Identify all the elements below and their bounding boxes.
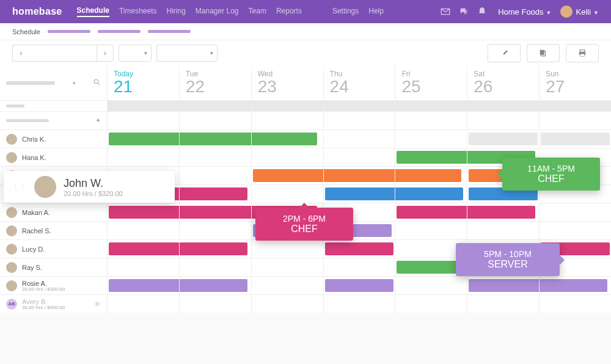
shift-cell[interactable] bbox=[251, 148, 323, 166]
employee-row[interactable]: Chris K. bbox=[0, 129, 107, 148]
day-header[interactable]: Wed23 bbox=[251, 66, 323, 100]
shift-cell[interactable] bbox=[323, 148, 395, 166]
shift-cell[interactable] bbox=[107, 276, 179, 294]
shift-cell[interactable] bbox=[467, 276, 539, 294]
search-icon[interactable] bbox=[93, 78, 101, 88]
shift-cell[interactable] bbox=[323, 166, 395, 184]
shift-cell[interactable] bbox=[323, 111, 395, 129]
filter-select-2[interactable] bbox=[156, 45, 218, 62]
shift-cell[interactable] bbox=[467, 221, 539, 239]
shift-cell[interactable] bbox=[323, 184, 395, 203]
shift-cell[interactable] bbox=[323, 258, 395, 276]
sort-dropdown[interactable]: ▾ bbox=[73, 80, 76, 86]
employee-row[interactable]: Hana K. bbox=[0, 148, 107, 166]
shift-cell[interactable] bbox=[251, 166, 323, 184]
shift-bar[interactable] bbox=[325, 242, 394, 255]
shift-bar[interactable] bbox=[325, 279, 394, 292]
shift-cell[interactable] bbox=[539, 129, 611, 148]
shift-cell[interactable] bbox=[107, 294, 179, 313]
shift-cell[interactable] bbox=[179, 166, 251, 184]
shift-cell[interactable] bbox=[323, 294, 395, 313]
shift-cell[interactable] bbox=[467, 203, 539, 221]
shift-popup-purple[interactable]: 5PM - 10PM SERVER bbox=[456, 243, 560, 276]
nav-timesheets[interactable]: Timesheets bbox=[119, 7, 157, 16]
shift-cell[interactable] bbox=[323, 276, 395, 294]
shift-cell[interactable] bbox=[395, 166, 467, 184]
shift-cell[interactable] bbox=[395, 294, 467, 313]
nav-schedule[interactable]: Schedule bbox=[77, 6, 109, 17]
chat-icon[interactable] bbox=[459, 7, 469, 16]
tab-placeholder[interactable] bbox=[98, 30, 141, 33]
day-header[interactable]: Sun27 bbox=[539, 66, 611, 100]
drag-handle-icon[interactable]: ⋮⋮ bbox=[12, 185, 27, 189]
shift-cell[interactable] bbox=[251, 129, 323, 148]
employee-row[interactable]: Rosie A.20.00 Hrs / $300.00 bbox=[0, 276, 107, 294]
mail-icon[interactable] bbox=[441, 7, 450, 16]
shift-cell[interactable] bbox=[179, 203, 251, 221]
day-header[interactable]: Fri25 bbox=[395, 66, 467, 100]
shift-cell[interactable] bbox=[395, 184, 467, 203]
nav-team[interactable]: Team bbox=[249, 7, 266, 16]
shift-cell[interactable] bbox=[179, 239, 251, 258]
tab-placeholder[interactable] bbox=[148, 30, 191, 33]
tab-placeholder[interactable] bbox=[48, 30, 90, 33]
shift-bar[interactable] bbox=[469, 133, 538, 145]
nav-reports[interactable]: Reports bbox=[276, 7, 302, 16]
shift-cell[interactable] bbox=[107, 221, 179, 239]
shift-popup-pink[interactable]: 2PM - 6PM CHEF bbox=[255, 208, 353, 241]
employee-row[interactable]: ABAvery B36.00 Hrs / $900.00👁 bbox=[0, 294, 107, 313]
employee-row[interactable]: Makan A. bbox=[0, 203, 107, 221]
day-header[interactable]: Sat26 bbox=[467, 66, 539, 100]
shift-cell[interactable] bbox=[107, 111, 179, 129]
shift-cell[interactable] bbox=[395, 276, 467, 294]
shift-cell[interactable] bbox=[107, 129, 179, 148]
shift-cell[interactable] bbox=[107, 239, 179, 258]
shift-cell[interactable] bbox=[539, 276, 611, 294]
employee-detail-popup[interactable]: ⋮⋮ John W. 20.00 Hrs / $320.00 bbox=[4, 171, 175, 203]
shift-cell[interactable] bbox=[179, 148, 251, 166]
shift-cell[interactable] bbox=[107, 203, 179, 221]
shift-cell[interactable] bbox=[539, 294, 611, 313]
user-menu[interactable]: Kelli▼ bbox=[576, 7, 599, 16]
shift-cell[interactable] bbox=[179, 276, 251, 294]
store-selector[interactable]: Home Foods▼ bbox=[498, 7, 551, 16]
visibility-icon[interactable]: 👁 bbox=[94, 300, 101, 308]
shift-cell[interactable] bbox=[251, 239, 323, 258]
print-button[interactable] bbox=[566, 44, 599, 62]
date-range[interactable] bbox=[29, 45, 97, 62]
shift-cell[interactable] bbox=[179, 184, 251, 203]
shift-cell[interactable] bbox=[395, 221, 467, 239]
shift-cell[interactable] bbox=[179, 221, 251, 239]
tools-button[interactable] bbox=[488, 44, 521, 62]
day-header[interactable]: Thu24 bbox=[323, 66, 395, 100]
shift-cell[interactable] bbox=[467, 129, 539, 148]
shift-cell[interactable] bbox=[395, 203, 467, 221]
shift-cell[interactable] bbox=[179, 294, 251, 313]
shift-cell[interactable] bbox=[179, 129, 251, 148]
avatar[interactable] bbox=[560, 5, 573, 18]
shift-cell[interactable] bbox=[251, 258, 323, 276]
prev-button[interactable]: ‹ bbox=[12, 45, 29, 62]
filter-select-1[interactable] bbox=[119, 45, 152, 62]
shift-popup-green[interactable]: 11AM - 5PM CHEF bbox=[502, 158, 600, 191]
shift-cell[interactable] bbox=[251, 276, 323, 294]
shift-cell[interactable] bbox=[539, 221, 611, 239]
bell-icon[interactable] bbox=[477, 7, 487, 16]
shift-cell[interactable] bbox=[179, 111, 251, 129]
employee-row[interactable]: Ray S. bbox=[0, 258, 107, 276]
shift-cell[interactable] bbox=[251, 184, 323, 203]
copy-button[interactable] bbox=[527, 44, 560, 62]
shift-bar[interactable] bbox=[541, 133, 610, 145]
shift-cell[interactable] bbox=[395, 111, 467, 129]
next-button[interactable]: › bbox=[97, 45, 114, 62]
day-header-today[interactable]: Today21 bbox=[107, 66, 179, 100]
magic-wand-icon[interactable]: ✦ bbox=[95, 117, 101, 125]
shift-cell[interactable] bbox=[179, 258, 251, 276]
shift-cell[interactable] bbox=[539, 203, 611, 221]
nav-managerlog[interactable]: Manager Log bbox=[196, 7, 239, 16]
shift-cell[interactable] bbox=[251, 294, 323, 313]
day-header[interactable]: Tue22 bbox=[179, 66, 251, 100]
nav-settings[interactable]: Settings bbox=[332, 7, 359, 16]
nav-hiring[interactable]: Hiring bbox=[166, 7, 185, 16]
shift-cell[interactable] bbox=[107, 148, 179, 166]
